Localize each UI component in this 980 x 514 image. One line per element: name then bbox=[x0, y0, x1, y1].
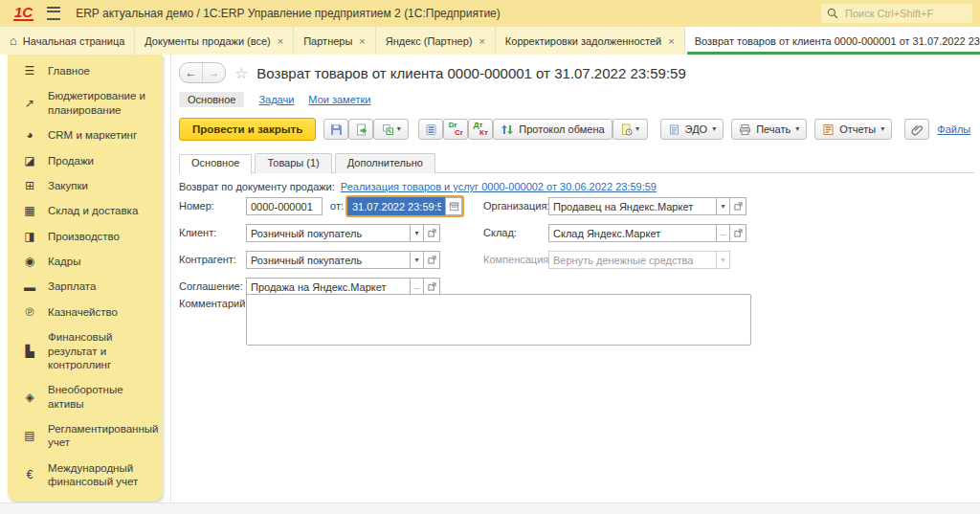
nav-link-tasks[interactable]: Задачи bbox=[258, 94, 294, 105]
edo-label: ЭДО bbox=[685, 123, 708, 135]
compensation-label: Компенсация: bbox=[483, 254, 551, 265]
chevron-down-icon: ▾ bbox=[635, 125, 639, 133]
sidebar-item-financial-result[interactable]: ▙Финансовый результат и контроллинг bbox=[8, 324, 163, 377]
warehouse-open-button[interactable] bbox=[729, 224, 746, 242]
sidebar-item-treasury[interactable]: ℗Казначейство bbox=[8, 300, 163, 324]
history-nav: ← → bbox=[179, 62, 226, 83]
save-button[interactable] bbox=[323, 119, 348, 140]
client-open-button[interactable] bbox=[423, 224, 440, 242]
exchange-protocol-button[interactable]: Протокол обмена bbox=[493, 119, 612, 140]
up-down-arrows-icon bbox=[501, 123, 514, 136]
comment-textarea[interactable] bbox=[246, 294, 751, 346]
sidebar-item-crm[interactable]: ◕CRM и маркетинг bbox=[8, 123, 163, 147]
calendar-button[interactable] bbox=[445, 197, 462, 215]
edo-button[interactable]: ЭДО ▾ bbox=[660, 119, 724, 140]
document-history-button[interactable]: ▾ bbox=[612, 119, 648, 140]
tab-goods-return-active[interactable]: Возврат товаров от клиента 0000-000001 о… bbox=[685, 27, 980, 55]
sidebar-item-label: Регламентированный учет bbox=[48, 422, 159, 450]
person-icon: ◉ bbox=[22, 255, 37, 268]
create-based-on-button[interactable]: ▾ bbox=[373, 119, 409, 140]
client-input[interactable] bbox=[246, 224, 411, 242]
document-title: Возврат товаров от клиента 0000-000001 о… bbox=[256, 65, 685, 81]
register-icon bbox=[425, 123, 437, 136]
date-label: от: bbox=[330, 200, 344, 212]
form-tab-goods[interactable]: Товары (1) bbox=[255, 153, 331, 173]
form-tab-additional[interactable]: Дополнительно bbox=[335, 153, 435, 173]
open-icon bbox=[428, 282, 436, 291]
counterparty-open-button[interactable] bbox=[423, 251, 440, 269]
close-tab-icon[interactable]: × bbox=[278, 35, 283, 47]
client-dropdown-button[interactable]: ▾ bbox=[410, 224, 424, 242]
organization-input[interactable] bbox=[548, 197, 717, 215]
counterparty-dropdown-button[interactable]: ▾ bbox=[410, 251, 424, 269]
files-link[interactable]: Файлы bbox=[937, 123, 970, 135]
sidebar-item-hr[interactable]: ◉Кадры bbox=[8, 249, 163, 274]
post-button[interactable] bbox=[348, 119, 373, 140]
tab-partners[interactable]: Партнеры × bbox=[294, 27, 376, 55]
forward-button[interactable]: → bbox=[203, 63, 225, 82]
sidebar-item-purchases[interactable]: ⊞Закупки bbox=[8, 173, 163, 198]
paperclip-icon bbox=[911, 123, 924, 136]
back-button[interactable]: ← bbox=[180, 63, 203, 82]
form-tab-strip: Основное Товары (1) Дополнительно bbox=[179, 153, 974, 173]
tab-home[interactable]: ⌂ Начальная страница bbox=[0, 27, 135, 55]
tab-debt-corrections[interactable]: Корректировки задолженностей × bbox=[496, 27, 685, 55]
reports-button[interactable]: Отчеты ▾ bbox=[814, 119, 892, 140]
post-and-close-button[interactable]: Провести и закрыть bbox=[179, 118, 316, 141]
date-input[interactable] bbox=[347, 197, 446, 215]
dt-kt-icon: ДтКт bbox=[474, 122, 488, 137]
sidebar-item-main[interactable]: ☰Главное bbox=[8, 58, 163, 83]
nav-link-main[interactable]: Основное bbox=[179, 92, 244, 107]
copy-based-on-icon bbox=[382, 123, 394, 136]
open-icon bbox=[734, 202, 743, 211]
sidebar-item-noncurrent-assets[interactable]: ◈Внеоборотные активы bbox=[8, 377, 163, 416]
dt-kt-button[interactable]: ДтКт bbox=[468, 119, 493, 140]
nav-link-notes[interactable]: Мои заметки bbox=[308, 94, 370, 105]
sidebar-item-regulated-accounting[interactable]: ▤Регламентированный учет bbox=[8, 416, 163, 456]
open-icon bbox=[734, 229, 743, 237]
sidebar-item-label: Продажи bbox=[48, 154, 94, 168]
organization-open-button[interactable] bbox=[729, 197, 746, 215]
floppy-icon bbox=[330, 123, 343, 136]
tab-sales-documents[interactable]: Документы продажи (все) × bbox=[135, 27, 294, 55]
search-input[interactable] bbox=[843, 7, 967, 20]
tab-label: Яндекс (Партнер) bbox=[386, 35, 473, 47]
assets-icon: ◈ bbox=[22, 391, 37, 404]
tab-yandex-partner[interactable]: Яндекс (Партнер) × bbox=[376, 27, 496, 55]
document-toolbar: Провести и закрыть bbox=[179, 117, 979, 142]
close-tab-icon[interactable]: × bbox=[359, 35, 365, 47]
dr-cr-icon: DrCr bbox=[449, 122, 463, 137]
counterparty-input[interactable] bbox=[246, 251, 411, 269]
global-search[interactable] bbox=[821, 4, 972, 23]
open-icon bbox=[428, 229, 436, 237]
comment-label: Комментарий: bbox=[179, 298, 248, 309]
sidebar-item-production[interactable]: ◨Производство bbox=[8, 224, 163, 249]
sidebar-item-label: Международный финансовый учет bbox=[48, 461, 155, 489]
attachments-button[interactable] bbox=[904, 119, 929, 140]
form-tab-main[interactable]: Основное bbox=[179, 154, 252, 174]
sidebar-item-warehouse[interactable]: ▦Склад и доставка bbox=[8, 198, 163, 223]
agreement-label: Соглашение: bbox=[179, 280, 243, 292]
sidebar-item-label: Кадры bbox=[48, 255, 80, 268]
number-input[interactable] bbox=[246, 197, 323, 215]
register-records-button[interactable] bbox=[418, 119, 443, 140]
menu-icon: ☰ bbox=[22, 64, 37, 78]
sidebar-item-salary[interactable]: ▬Зарплата bbox=[8, 274, 163, 299]
sidebar-item-label: Бюджетирование и планирование bbox=[48, 89, 155, 117]
close-tab-icon[interactable]: × bbox=[668, 35, 674, 47]
close-tab-icon[interactable]: × bbox=[479, 35, 484, 47]
warehouse-choose-button[interactable]: ... bbox=[716, 224, 730, 242]
dr-cr-button[interactable]: DrCr bbox=[443, 119, 468, 140]
open-icon bbox=[428, 256, 436, 264]
sidebar-item-sales[interactable]: ◪Продажи bbox=[8, 148, 163, 173]
print-button[interactable]: Печать ▾ bbox=[731, 119, 807, 140]
sidebar-item-ifrs[interactable]: €Международный финансовый учет bbox=[8, 456, 163, 495]
sidebar-item-budgeting[interactable]: ↗Бюджетирование и планирование bbox=[8, 83, 163, 123]
organization-dropdown-button[interactable]: ▾ bbox=[716, 197, 730, 215]
warehouse-input[interactable] bbox=[548, 224, 717, 242]
source-document-link[interactable]: Реализация товаров и услуг 0000-000002 о… bbox=[341, 181, 657, 192]
briefcase-icon: ◪ bbox=[22, 154, 37, 168]
main-menu-icon[interactable] bbox=[47, 7, 60, 20]
sidebar-item-label: Казначейство bbox=[48, 305, 118, 319]
favorite-star-icon[interactable]: ☆ bbox=[234, 64, 248, 82]
